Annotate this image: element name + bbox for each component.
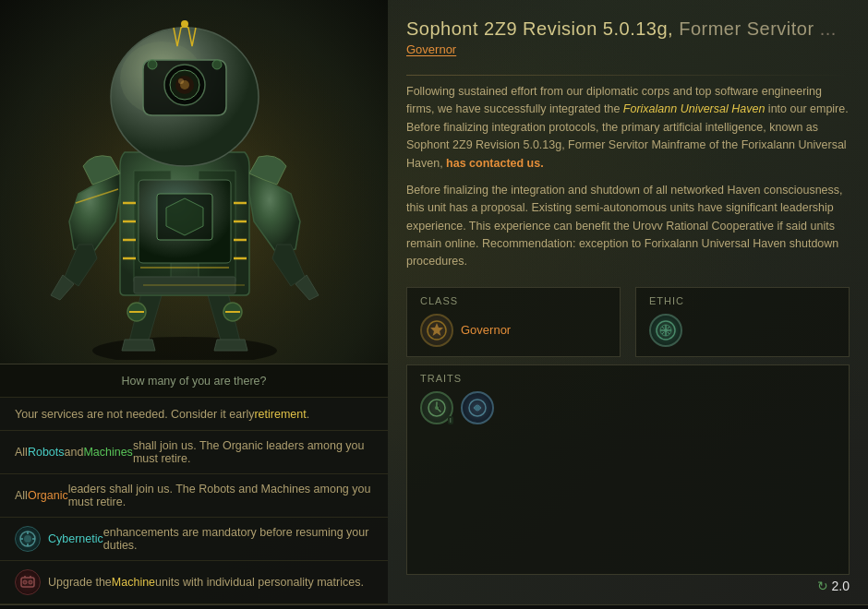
- class-icon: [420, 314, 453, 347]
- score-area: ↻ 2.0: [406, 575, 850, 595]
- bottom-bar: "Dispose" of them. Report for new assign…: [0, 604, 868, 609]
- character-role: Governor: [406, 42, 850, 56]
- character-header: Sophont 2Z9 Revision 5.0.13g, Former Ser…: [406, 18, 850, 56]
- dialogue-option-4[interactable]: Cybernetic enhancements are mandatory be…: [0, 518, 388, 561]
- svg-point-13: [212, 60, 222, 69]
- content-area: How many of you are there? Your services…: [0, 0, 868, 604]
- svg-point-14: [181, 20, 188, 28]
- svg-point-19: [23, 580, 27, 584]
- svg-point-17: [24, 535, 31, 543]
- svg-point-24: [664, 328, 668, 332]
- character-description: Following sustained effort from our dipl…: [406, 83, 850, 276]
- svg-point-20: [29, 580, 32, 584]
- header-divider: [406, 75, 850, 76]
- character-name: Sophont 2Z9 Revision 5.0.13g, Former Ser…: [406, 18, 850, 40]
- main-dialog: How many of you are there? Your services…: [0, 0, 868, 609]
- traits-label: Traits: [420, 373, 836, 384]
- dialogue-option-1[interactable]: Your services are not needed. Consider i…: [0, 398, 388, 431]
- dialogue-question: How many of you are there?: [0, 364, 388, 398]
- ethic-stat-box: Ethic: [635, 287, 850, 357]
- stats-area: Class Governor Ethic: [406, 287, 850, 357]
- machine-option-icon: [15, 569, 41, 595]
- ethic-label: Ethic: [649, 295, 836, 306]
- svg-point-28: [475, 405, 480, 411]
- right-panel: Sophont 2Z9 Revision 5.0.13g, Former Ser…: [388, 0, 868, 604]
- score-value: 2.0: [832, 579, 850, 593]
- dialogue-option-5[interactable]: Upgrade the Machine units with individua…: [0, 561, 388, 604]
- dialogue-options: How many of you are there? Your services…: [0, 364, 388, 604]
- svg-point-11: [178, 78, 184, 84]
- robot-background: [0, 0, 388, 364]
- trait-icon-1: I: [420, 391, 453, 424]
- class-value: Governor: [461, 323, 511, 337]
- robot-illustration: [0, 0, 388, 360]
- robot-image-area: [0, 0, 388, 364]
- left-panel: How many of you are there? Your services…: [0, 0, 388, 604]
- class-stat-box: Class Governor: [406, 287, 621, 357]
- svg-point-26: [435, 406, 439, 410]
- traits-box: Traits I: [406, 364, 850, 576]
- ethic-content: [649, 314, 836, 347]
- dialogue-option-2[interactable]: All Robots and Machines shall join us. T…: [0, 431, 388, 474]
- traits-icons: I: [420, 391, 836, 424]
- dialogue-option-3[interactable]: All Organic leaders shall join us. The R…: [0, 474, 388, 518]
- cybernetic-option-icon: [15, 526, 41, 552]
- ethic-icon: [649, 314, 682, 347]
- class-content: Governor: [420, 314, 607, 347]
- svg-point-12: [148, 60, 157, 69]
- trait-icon-2: [461, 391, 494, 424]
- class-label: Class: [420, 295, 607, 306]
- score-icon: ↻: [817, 579, 828, 593]
